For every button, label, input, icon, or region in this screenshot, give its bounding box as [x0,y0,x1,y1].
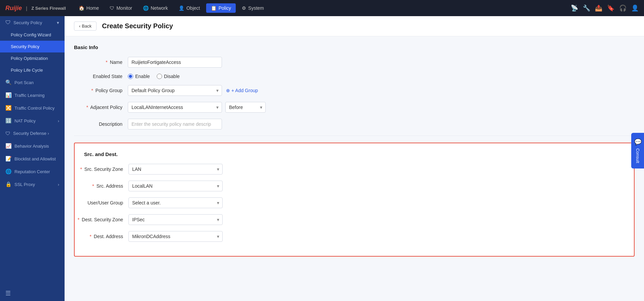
nav-policy-label: Policy [219,5,231,11]
sidebar-behavior-analysis-label: Behavior Analysis [14,144,49,149]
src-address-row: * Src. Address LocalLAN [75,181,634,191]
enable-radio-label[interactable]: Enable [128,74,150,79]
nav-network[interactable]: 🌐 Network [138,3,173,13]
settings-icon[interactable]: 🔧 [583,4,590,12]
description-row: Description [74,119,635,129]
sidebar-group-reputation[interactable]: 🌐 Reputation Center [0,165,65,178]
sidebar-group-traffic-learning[interactable]: 📊 Traffic Learning [0,89,65,102]
sidebar-item-security-policy[interactable]: Security Policy [0,41,65,52]
nav-object[interactable]: 👤 Object [174,3,204,13]
bookmark-icon[interactable]: 🔖 [607,4,614,12]
src-address-select[interactable]: LocalLAN [128,181,223,191]
consult-label: Consult [635,148,640,163]
nav-system[interactable]: ⚙ System [237,3,269,13]
sidebar-group-blocklist[interactable]: 📝 Blocklist and Allowlist [0,152,65,165]
dest-security-zone-select[interactable]: IPSec [128,214,223,225]
sidebar-group-port-scan[interactable]: 🔍 Port Scan [0,76,65,89]
policy-group-row: * Policy Group Default Policy Group ⊕ + … [74,85,635,96]
name-input[interactable] [128,57,222,68]
dest-address-select[interactable]: MikronDCAddress [128,231,223,242]
sidebar-group-security-defense[interactable]: 🛡 Security Defense › [0,127,65,140]
nav-home-label: Home [86,5,99,11]
content-area: ‹ Back Create Security Policy Basic Info… [65,16,644,301]
nav-right-icons: 📡 🔧 📤 🔖 🎧 👤 [571,4,639,12]
adjacent-policy-select[interactable]: LocalLANInternetAccess [128,102,222,113]
chevron-right-icon: › [58,118,59,123]
sidebar-blocklist-label: Blocklist and Allowlist [14,156,56,161]
system-icon: ⚙ [242,5,246,11]
src-address-label: * Src. Address [75,183,128,189]
user-icon[interactable]: 👤 [631,4,639,12]
src-security-zone-label: * Src. Security Zone [75,166,128,172]
adjacent-policy-controls: LocalLANInternetAccess Before [128,102,266,113]
sidebar-item-policy-life-cycle[interactable]: Policy Life Cycle [0,64,65,76]
nav-monitor[interactable]: 🛡 Monitor [105,3,137,13]
chevron-down-icon: ▾ [57,20,59,25]
consult-button[interactable]: 💬 Consult [631,133,644,168]
disable-radio[interactable] [157,74,162,79]
sidebar-ssl-proxy-label: SSL Proxy [14,182,35,187]
enabled-state-radio-group: Enable Disable [128,74,180,79]
enable-radio[interactable] [128,74,133,79]
behavior-analysis-icon: 📈 [5,143,12,149]
sidebar-traffic-learning-label: Traffic Learning [14,93,45,98]
back-arrow-icon: ‹ [79,24,80,29]
main-layout: 🛡 Security Policy ▾ Policy Config Wizard… [0,16,644,301]
src-security-zone-select[interactable]: LAN [128,164,223,175]
upload-icon[interactable]: 📤 [595,4,602,12]
nav-home[interactable]: 🏠 Home [74,3,104,13]
nav-object-label: Object [186,5,200,11]
adjacent-position-select[interactable]: Before [225,102,266,113]
dest-address-row: * Dest. Address MikronDCAddress [75,231,634,242]
description-input[interactable] [128,119,222,129]
sidebar-group-traffic-control[interactable]: 🔀 Traffic Control Policy [0,102,65,114]
headphone-icon[interactable]: 🎧 [619,4,627,12]
sidebar-section-security-policy[interactable]: 🛡 Security Policy ▾ [0,16,65,29]
sidebar-security-policy-label: Security Policy [13,20,42,25]
enabled-state-label: Enabled State [74,74,128,79]
dest-security-zone-select-wrapper: IPSec [128,214,223,225]
consult-icon: 💬 [634,138,641,145]
adjacent-position-select-wrapper: Before [225,102,266,113]
user-group-select[interactable]: Select a user. [128,197,223,208]
enable-radio-text: Enable [135,74,150,79]
src-address-select-wrapper: LocalLAN [128,181,223,191]
disable-radio-label[interactable]: Disable [157,74,180,79]
src-dest-section: Src. and Dest. * Src. Security Zone LAN [74,143,635,257]
monitor-icon: 🛡 [110,5,114,11]
policy-group-select[interactable]: Default Policy Group [128,85,222,96]
network-icon: 🌐 [143,5,149,11]
sidebar-group-behavior-analysis[interactable]: 📈 Behavior Analysis [0,140,65,152]
page-header: ‹ Back Create Security Policy [65,16,644,36]
back-button[interactable]: ‹ Back [74,22,97,31]
disable-radio-text: Disable [164,74,180,79]
src-security-zone-select-wrapper: LAN [128,164,223,175]
top-nav: Ruijie | Z Series Firewall 🏠 Home 🛡 Moni… [0,0,644,16]
sidebar: 🛡 Security Policy ▾ Policy Config Wizard… [0,16,65,301]
sidebar-item-policy-config-wizard[interactable]: Policy Config Wizard [0,29,65,41]
sidebar-group-ssl-proxy[interactable]: 🔒 SSL Proxy › [0,178,65,191]
nav-items: 🏠 Home 🛡 Monitor 🌐 Network 👤 Object 📋 Po… [74,3,568,13]
blocklist-icon: 📝 [5,156,12,162]
back-label: Back [82,24,91,29]
wifi-icon[interactable]: 📡 [571,4,578,12]
src-dest-title: Src. and Dest. [75,151,634,157]
enabled-state-row: Enabled State Enable Disable [74,74,635,79]
name-row: * Name [74,57,635,68]
nav-monitor-label: Monitor [116,5,132,11]
page-title: Create Security Policy [102,22,173,30]
add-group-button[interactable]: ⊕ + Add Group [226,88,258,93]
nav-system-label: System [248,5,264,11]
user-group-label: User/User Group [75,200,128,205]
traffic-learning-icon: 📊 [5,92,12,98]
dest-security-zone-label: * Dest. Security Zone [75,217,128,222]
brand-model: Z Series Firewall [31,6,66,11]
sidebar-bottom-icon[interactable]: ☰ [0,286,65,301]
sidebar-item-policy-optimization[interactable]: Policy Optimization [0,52,65,64]
nav-policy[interactable]: 📋 Policy [206,3,236,13]
description-label: Description [74,121,128,127]
dest-address-select-wrapper: MikronDCAddress [128,231,223,242]
sidebar-group-nat-policy[interactable]: 🔢 NAT Policy › [0,114,65,127]
port-scan-icon: 🔍 [5,79,12,85]
brand-logo: Ruijie [5,5,22,12]
